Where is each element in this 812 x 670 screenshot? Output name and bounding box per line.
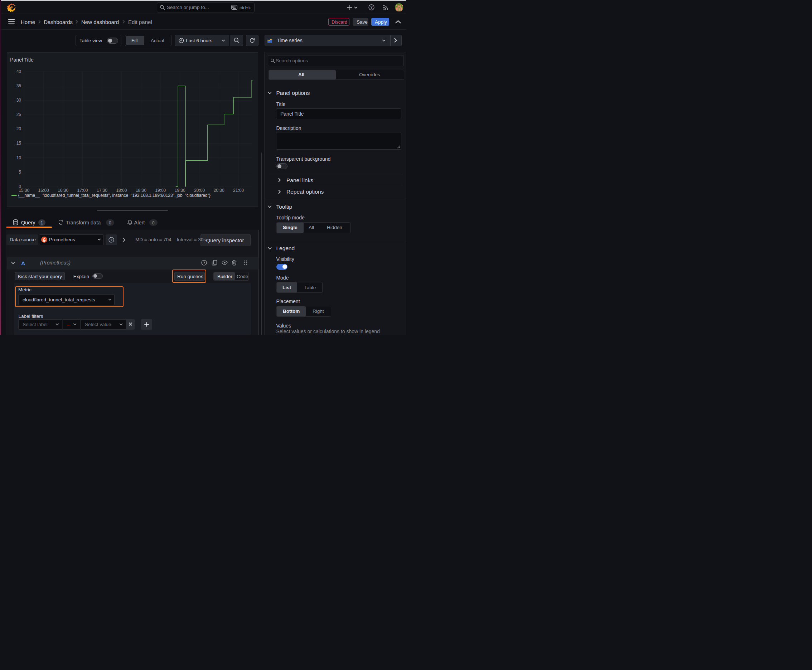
- svg-text:?: ?: [203, 261, 205, 264]
- svg-text:30: 30: [16, 98, 21, 103]
- svg-text:18:00: 18:00: [116, 188, 127, 193]
- svg-text:20:00: 20:00: [194, 188, 205, 193]
- svg-text:20: 20: [16, 126, 21, 131]
- svg-text:17:00: 17:00: [77, 188, 88, 193]
- svg-text:40: 40: [16, 69, 21, 74]
- svg-text:10: 10: [16, 155, 21, 160]
- svg-text:?: ?: [371, 5, 373, 9]
- svg-text:19:00: 19:00: [155, 188, 166, 193]
- svg-text:18:30: 18:30: [136, 188, 146, 193]
- svg-text:17:30: 17:30: [97, 188, 107, 193]
- svg-text:21:00: 21:00: [233, 188, 244, 193]
- svg-text:20:30: 20:30: [214, 188, 224, 193]
- svg-text:15:30: 15:30: [19, 188, 29, 193]
- svg-text:5: 5: [19, 169, 21, 174]
- svg-text:16:30: 16:30: [58, 188, 68, 193]
- svg-text:{__name__="cloudflared_tunnel_: {__name__="cloudflared_tunnel_total_requ…: [18, 193, 210, 198]
- svg-text:35: 35: [16, 83, 21, 88]
- svg-text:?: ?: [110, 238, 112, 242]
- svg-text:16:00: 16:00: [38, 188, 49, 193]
- svg-text:25: 25: [16, 112, 21, 117]
- svg-text:15: 15: [16, 140, 21, 146]
- svg-text:19:30: 19:30: [175, 188, 185, 193]
